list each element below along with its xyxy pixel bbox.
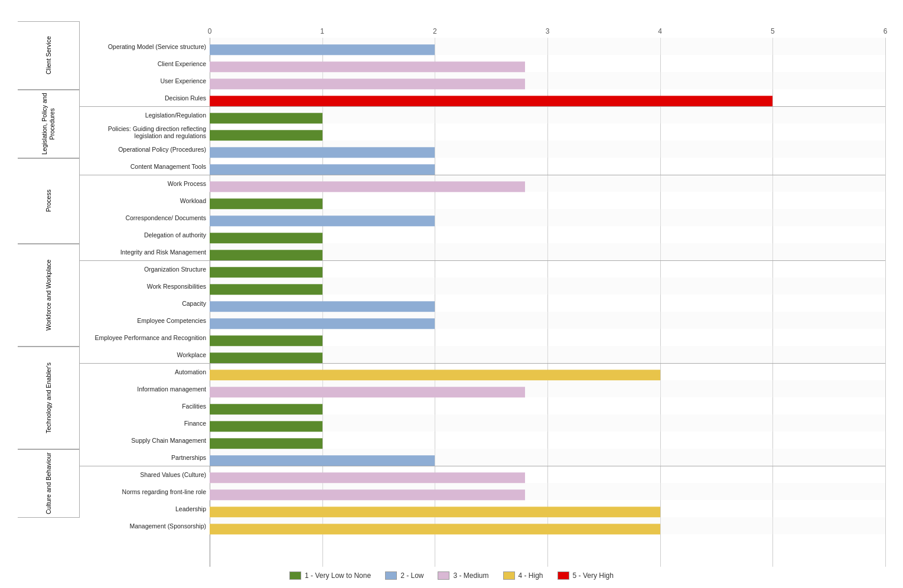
legend: 1 - Very Low to None2 - Low3 - Medium4 -… [18,567,885,582]
row-label-7: Content Management Tools [80,158,210,175]
x-tick-1: 1 [317,27,328,35]
bar-10 [210,216,435,226]
group-label-legislation,-policy-and-procedures: Legislation, Policy and Procedures [18,90,80,158]
legend-swatch-pink [438,571,449,580]
bar-6 [210,148,435,158]
bar-19 [210,370,660,380]
row-labels: Operating Model (Service structure)Clien… [80,38,210,567]
bar-row-13 [210,260,885,277]
x-tick-0: 0 [204,27,216,35]
bar-13 [210,267,322,277]
group-label-client-service: Client Service [18,21,80,90]
row-label-26: Norms regarding front-line role [80,483,210,500]
bar-21 [210,404,322,414]
legend-item-green: 1 - Very Low to None [289,571,371,580]
chart-body: Client ServiceLegislation, Policy and Pr… [18,21,885,567]
grid-line-6 [885,38,886,567]
x-tick-6: 6 [879,27,891,35]
legend-swatch-blue [385,571,397,580]
bar-row-1 [210,55,885,72]
bar-11 [210,233,322,243]
legend-swatch-yellow [503,571,515,580]
legend-item-pink: 3 - Medium [438,571,488,580]
x-tick-5: 5 [767,27,778,35]
y-axis-groups: Client ServiceLegislation, Policy and Pr… [18,21,80,567]
row-label-8: Work Process [80,175,210,192]
bar-25 [210,473,525,483]
row-label-12: Integrity and Risk Management [80,243,210,260]
bar-27 [210,507,660,517]
bar-row-14 [210,277,885,295]
bar-0 [210,45,435,55]
bar-row-26 [210,483,885,500]
bars-area [210,38,885,567]
bar-20 [210,387,525,397]
bar-row-10 [210,209,885,226]
row-label-5: Policies: Guiding direction reflecting l… [80,123,210,141]
group-label-culture-and-behaviour: Culture and Behaviour [18,449,80,518]
bar-row-17 [210,329,885,346]
legend-item-yellow: 4 - High [503,571,543,580]
row-label-21: Facilities [80,397,210,414]
bar-row-18 [210,346,885,363]
row-label-4: Legislation/Regulation [80,106,210,123]
bar-1 [210,62,525,72]
bar-row-19 [210,363,885,380]
row-label-0: Operating Model (Service structure) [80,38,210,55]
bar-18 [210,353,322,363]
bar-28 [210,524,660,534]
bar-row-3 [210,89,885,106]
bar-row-11 [210,226,885,243]
group-label-process: Process [18,158,80,244]
x-tick-4: 4 [654,27,666,35]
row-label-10: Correspondence/ Documents [80,209,210,226]
bar-23 [210,439,322,449]
bar-row-9 [210,192,885,209]
row-label-11: Delegation of authority [80,226,210,243]
row-label-2: User Experience [80,72,210,89]
bar-22 [210,422,322,432]
row-label-17: Employee Performance and Recognition [80,329,210,346]
bar-17 [210,336,322,346]
row-label-15: Capacity [80,295,210,312]
bar-row-4 [210,106,885,123]
group-label-technology-and-enabler's: Technology and Enabler's [18,347,80,449]
bar-7 [210,165,435,175]
chart-right: 0123456 Operating Model (Service structu… [80,21,885,567]
group-label-workforce-and-workplace: Workforce and Workplace [18,244,80,347]
bar-row-28 [210,517,885,534]
bar-16 [210,319,435,329]
bar-row-23 [210,432,885,449]
row-label-24: Partnerships [80,449,210,466]
bar-row-5 [210,123,885,141]
bar-row-6 [210,141,885,158]
row-label-23: Supply Chain Management [80,432,210,449]
row-label-6: Operational Policy (Procedures) [80,141,210,158]
bar-row-21 [210,397,885,414]
legend-label-red: 5 - Very High [573,571,614,580]
bar-4 [210,113,322,123]
legend-label-green: 1 - Very Low to None [305,571,371,580]
row-label-16: Employee Competencies [80,312,210,329]
legend-swatch-green [289,571,301,580]
legend-item-blue: 2 - Low [385,571,423,580]
chart-container: Client ServiceLegislation, Policy and Pr… [0,0,903,588]
bar-26 [210,490,525,500]
bar-9 [210,199,322,209]
row-label-28: Management (Sponsorship) [80,517,210,534]
row-label-3: Decision Rules [80,89,210,106]
bar-2 [210,79,525,89]
bar-row-8 [210,175,885,192]
bar-3 [210,96,772,106]
row-label-18: Workplace [80,346,210,363]
bar-5 [210,130,322,141]
legend-label-pink: 3 - Medium [453,571,488,580]
bar-row-25 [210,466,885,483]
row-label-19: Automation [80,363,210,380]
bar-12 [210,250,322,260]
bar-row-2 [210,72,885,89]
bar-row-27 [210,500,885,517]
row-label-9: Workload [80,192,210,209]
x-tick-3: 3 [542,27,553,35]
bar-row-7 [210,158,885,175]
